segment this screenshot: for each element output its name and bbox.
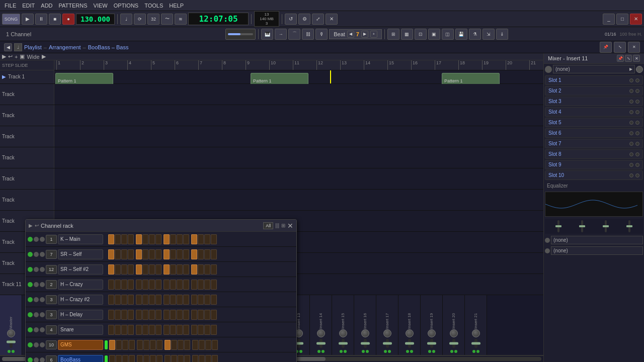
cr-arrow-icon[interactable]: ▶ (29, 223, 33, 228)
strip-0-fader-track[interactable] (10, 339, 13, 348)
mixer-fader-1[interactable] (557, 220, 559, 232)
history-icon[interactable]: ↩ (8, 53, 13, 60)
cr-pad-3-11[interactable] (183, 280, 189, 290)
cr-pad-3-8[interactable] (164, 280, 170, 290)
strip-14-fader-track[interactable] (319, 339, 323, 348)
cr-pad-5-1[interactable] (115, 310, 121, 320)
cr-pad-1-9[interactable] (170, 249, 176, 259)
wave2-button[interactable]: ≋ (175, 14, 187, 25)
cr-pad-6-0[interactable] (108, 325, 114, 335)
track-1-expand-icon[interactable]: ▶ (2, 74, 6, 79)
cr-ch-0-mute-dot[interactable] (34, 237, 39, 242)
cr-ch-8-name[interactable]: BooBass (58, 355, 103, 363)
strip-16-pan-knob[interactable] (361, 329, 369, 337)
cr-pad-5-12[interactable] (191, 310, 197, 320)
cr-pad-3-5[interactable] (142, 280, 148, 290)
cr-pad-5-2[interactable] (121, 310, 127, 320)
cr-pad-2-14[interactable] (204, 264, 210, 275)
menu-tools[interactable]: TOOLS (142, 2, 166, 10)
cr-pad-1-0[interactable] (108, 249, 114, 259)
mixer-strip-20[interactable]: Insert 20 (443, 295, 465, 355)
cr-pad-0-7[interactable] (155, 234, 162, 244)
beat-prev-button[interactable]: ◀ (347, 31, 354, 38)
cr-pad-5-9[interactable] (170, 310, 176, 320)
collapse-icon[interactable]: ▶ (2, 53, 6, 60)
cr-pad-8-13[interactable] (199, 355, 205, 363)
mixer-slot-7-dot-r[interactable] (635, 142, 639, 146)
view-label[interactable]: Wide (27, 54, 39, 60)
cr-pad-7-14[interactable] (205, 340, 211, 350)
fold-button[interactable]: ⇲ (482, 29, 495, 40)
cr-pad-5-11[interactable] (183, 310, 189, 320)
cr-pad-8-8[interactable] (165, 355, 171, 363)
resize-button[interactable]: ⤡ (614, 42, 626, 53)
cr-ch-7-mute-dot[interactable] (34, 342, 39, 347)
back-button[interactable]: ◀ (4, 43, 12, 51)
cr-pad-6-2[interactable] (121, 325, 127, 335)
close-playlist-button[interactable]: ✕ (628, 42, 640, 53)
menu-file[interactable]: FILE (2, 2, 19, 10)
track-1-content[interactable]: Pattern 1 Pattern 1 Pattern 1 (54, 70, 543, 83)
strip-20-ind-l[interactable] (450, 350, 453, 353)
strip-21-fader-handle[interactable] (471, 342, 480, 344)
cr-pad-4-2[interactable] (121, 295, 127, 305)
cr-pad-3-12[interactable] (191, 280, 197, 290)
mixer-slot-1[interactable]: Slot 1 (545, 75, 643, 85)
strip-15-ind-r[interactable] (344, 350, 347, 353)
track-5-content[interactable] (54, 147, 543, 168)
refresh-button[interactable]: ↺ (285, 14, 297, 25)
view2-button[interactable]: ⊡ (415, 29, 427, 40)
menu-view[interactable]: VIEW (91, 2, 110, 10)
cr-pad-4-5[interactable] (142, 295, 148, 305)
config-button[interactable]: ⚙ (298, 14, 310, 25)
cr-pad-6-4[interactable] (136, 325, 142, 335)
mixer-fader-4[interactable] (628, 220, 630, 232)
cr-grid-icon[interactable]: ⊞ (281, 223, 285, 228)
cr-pad-7-3[interactable] (129, 340, 135, 350)
cr-pad-2-12[interactable] (191, 264, 197, 275)
cr-ch-1-name[interactable]: SR – Self (58, 249, 103, 259)
strip-15-fader-handle[interactable] (339, 342, 348, 344)
cr-pad-0-10[interactable] (177, 234, 183, 244)
cr-pad-5-6[interactable] (149, 310, 155, 320)
cr-pad-6-10[interactable] (177, 325, 183, 335)
cr-ch-3-mute-dot[interactable] (34, 282, 39, 287)
mixer-slot-2-dot-r[interactable] (635, 89, 639, 93)
cr-pad-0-13[interactable] (198, 234, 204, 244)
cr-pad-1-8[interactable] (164, 249, 170, 259)
cr-pad-7-1[interactable] (116, 340, 122, 350)
mixer-pin-button[interactable]: 📌 (617, 55, 624, 62)
cr-pad-2-15[interactable] (211, 264, 217, 275)
cr-pad-8-0[interactable] (109, 355, 115, 363)
cr-pad-8-3[interactable] (129, 355, 135, 363)
cr-pad-2-3[interactable] (128, 264, 134, 275)
cr-pad-4-14[interactable] (204, 295, 210, 305)
mixer-fader-4-handle[interactable] (626, 225, 632, 227)
cr-ch-1-active-dot[interactable] (28, 252, 33, 257)
cr-pad-4-11[interactable] (183, 295, 189, 305)
cr-ch-4-name[interactable]: H – Crazy #2 (58, 295, 103, 305)
cr-pad-1-11[interactable] (183, 249, 189, 259)
mixer-out2-dot[interactable] (545, 248, 550, 253)
strip-21-ind-r[interactable] (476, 350, 479, 353)
cr-pad-0-0[interactable] (108, 234, 114, 244)
cr-pad-7-0[interactable] (109, 340, 115, 350)
cr-pad-2-11[interactable] (183, 264, 189, 275)
cr-pad-6-15[interactable] (211, 325, 217, 335)
mixer-slot-7[interactable]: Slot 7 (545, 139, 643, 148)
mixer-slot-6-dot-l[interactable] (629, 131, 633, 135)
menu-options[interactable]: OPTIONS (111, 2, 141, 10)
mixer-slot-8[interactable]: Slot 8 (545, 149, 643, 159)
strip-17-pan-knob[interactable] (383, 329, 391, 337)
mixer-strip-0[interactable]: Master (0, 295, 22, 355)
cr-pad-5-14[interactable] (204, 310, 210, 320)
strip-14-ind-r[interactable] (321, 350, 325, 353)
cr-pad-0-8[interactable] (164, 234, 170, 244)
cr-pad-6-7[interactable] (155, 325, 162, 335)
cr-pad-3-2[interactable] (121, 280, 127, 290)
cr-pad-7-6[interactable] (150, 340, 156, 350)
cr-pad-7-10[interactable] (178, 340, 184, 350)
strip-20-fader-track[interactable] (452, 339, 455, 348)
cr-pad-6-3[interactable] (128, 325, 134, 335)
mixer-slot-3[interactable]: Slot 3 (545, 97, 643, 106)
